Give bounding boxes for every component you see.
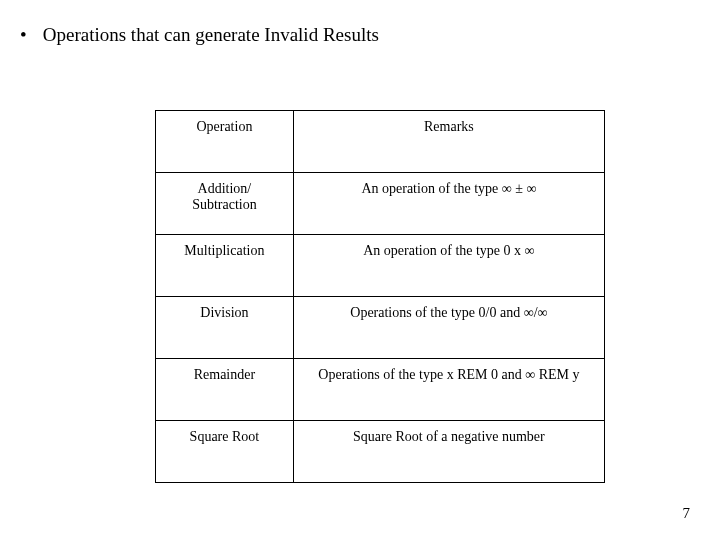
table-header-row: Operation Remarks <box>156 111 605 173</box>
table-row: Multiplication An operation of the type … <box>156 235 605 297</box>
operation-line1: Addition/ <box>198 181 252 196</box>
table-row: Division Operations of the type 0/0 and … <box>156 297 605 359</box>
operation-line2: Subtraction <box>192 197 257 212</box>
operations-table-container: Operation Remarks Addition/ Subtraction … <box>155 110 605 483</box>
cell-operation: Square Root <box>156 421 294 483</box>
cell-remarks: Operations of the type x REM 0 and ∞ REM… <box>293 359 604 421</box>
table-row: Square Root Square Root of a negative nu… <box>156 421 605 483</box>
cell-remarks: Square Root of a negative number <box>293 421 604 483</box>
cell-remarks: An operation of the type ∞ ± ∞ <box>293 173 604 235</box>
bullet-icon: • <box>20 24 38 46</box>
header-operation: Operation <box>156 111 294 173</box>
title-text: Operations that can generate Invalid Res… <box>43 24 379 45</box>
cell-operation: Remainder <box>156 359 294 421</box>
table-row: Addition/ Subtraction An operation of th… <box>156 173 605 235</box>
page-title: • Operations that can generate Invalid R… <box>20 24 379 46</box>
page-number: 7 <box>683 505 691 522</box>
header-remarks: Remarks <box>293 111 604 173</box>
cell-remarks: An operation of the type 0 x ∞ <box>293 235 604 297</box>
cell-operation: Division <box>156 297 294 359</box>
cell-operation: Addition/ Subtraction <box>156 173 294 235</box>
cell-remarks: Operations of the type 0/0 and ∞/∞ <box>293 297 604 359</box>
cell-operation: Multiplication <box>156 235 294 297</box>
table-row: Remainder Operations of the type x REM 0… <box>156 359 605 421</box>
operations-table: Operation Remarks Addition/ Subtraction … <box>155 110 605 483</box>
